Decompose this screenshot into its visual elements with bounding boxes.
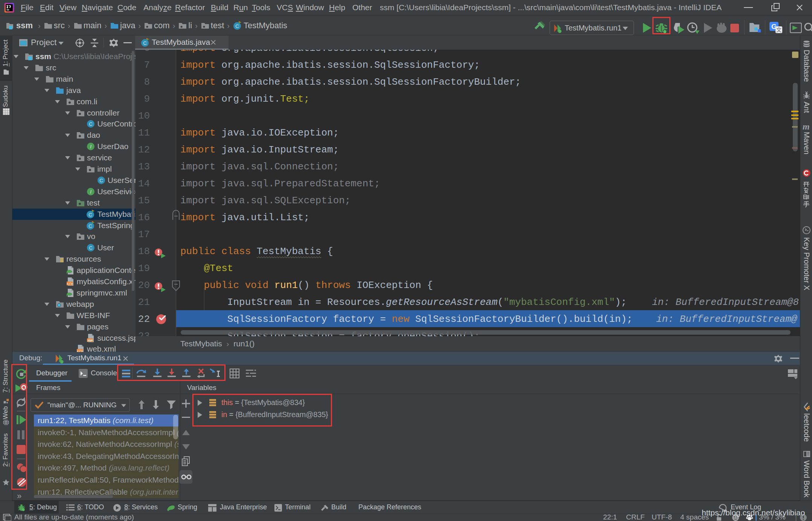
svg-text:C: C (89, 212, 92, 218)
svg-text:C: C (235, 23, 239, 29)
svg-text:C: C (89, 223, 92, 229)
svg-text:文: 文 (776, 27, 782, 33)
svg-text:</>: </> (66, 282, 72, 286)
svg-text:I: I (90, 189, 92, 195)
svg-text:JSP: JSP (87, 339, 93, 342)
svg-text:C: C (89, 245, 93, 251)
svg-text:C: C (99, 178, 103, 183)
svg-text:C: C (89, 121, 93, 127)
svg-text:C: C (143, 40, 146, 46)
svg-text:I: I (90, 144, 92, 149)
